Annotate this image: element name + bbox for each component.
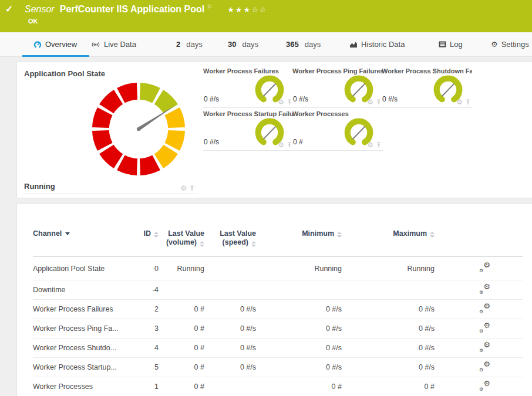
gear-icon[interactable]: ⚙ — [278, 141, 284, 148]
channel-name: Worker Process Ping Fa... — [33, 324, 134, 333]
channel-tile-application-pool-state[interactable]: Application Pool State Running ⚙ — [23, 67, 198, 194]
table-body: Application Pool State 0 Running Running… — [33, 257, 523, 396]
channel-name: Worker Process Failures — [33, 305, 134, 313]
object-kind-label: Sensor — [25, 4, 55, 14]
channel-id: 1 — [134, 383, 159, 391]
check-icon: ✓ — [5, 4, 13, 15]
table-row: Worker Process Ping Fa... 3 0 # 0 #/s 0 … — [33, 319, 523, 339]
sort-icon — [154, 232, 159, 238]
gear-icon[interactable]: ⚙ — [367, 141, 373, 148]
gear-icon[interactable]: ⚙ — [180, 185, 187, 192]
gauge-value: Running — [24, 182, 55, 191]
table-row: Worker Process Shutdo... 4 0 # 0 #/s 0 #… — [33, 339, 523, 358]
pin-icon[interactable] — [189, 185, 195, 192]
last-value-volume: 0 # — [159, 305, 204, 313]
tab-live-data-label: Live Data — [104, 40, 136, 49]
pin-icon[interactable] — [287, 141, 292, 148]
channel-tile-worker-process-ping-failures[interactable]: Worker Process Ping Failures 0 #/s ⚙ — [292, 67, 383, 108]
gauge-value: 0 # — [293, 138, 303, 146]
tab-settings[interactable]: ⚙ Settings — [491, 32, 529, 56]
table-row: Worker Process Failures 2 0 # 0 #/s 0 #/… — [33, 300, 523, 319]
last-value-volume: 0 # — [159, 363, 204, 371]
sensor-status-banner: ✓ SensorPerfCounter IIS Application Pool… — [0, 0, 532, 32]
channel-settings-icon[interactable]: ⚙⚙ — [479, 263, 490, 272]
channel-name: Worker Processes — [33, 383, 134, 391]
table-header-row: Channel ID Last Value (volume) Last Valu… — [33, 225, 523, 257]
channel-tile-worker-process-shutdown-failures[interactable]: Worker Process Shutdown Fa... 0 #/s ⚙ — [382, 67, 472, 108]
maximum-value: 0 # — [342, 383, 435, 391]
sort-icon — [337, 232, 342, 238]
last-value-volume: Running — [159, 265, 204, 273]
sort-icon — [251, 241, 256, 247]
gauge-value: 0 #/s — [204, 138, 219, 146]
channel-name: Worker Process Shutdo... — [33, 344, 134, 352]
column-header-id[interactable]: ID — [134, 229, 159, 238]
tab-overview-label: Overview — [45, 40, 77, 49]
channel-settings-icon[interactable]: ⚙⚙ — [479, 381, 490, 391]
channel-id: 3 — [134, 324, 159, 333]
gear-icon[interactable]: ⚙ — [367, 99, 373, 106]
status-badge: OK — [28, 18, 38, 25]
channel-settings-icon[interactable]: ⚙⚙ — [479, 323, 490, 333]
table-row: Downtime -4 ⚙⚙ — [33, 280, 523, 300]
chart-icon — [349, 41, 358, 48]
sort-descending-icon — [65, 232, 70, 235]
column-header-minimum[interactable]: Minimum — [256, 229, 342, 238]
channel-tile-worker-process-startup-failures[interactable]: Worker Process Startup Failu... 0 #/s ⚙ — [203, 110, 294, 151]
table-row: Worker Process Startup... 5 0 # 0 #/s 0 … — [33, 358, 523, 377]
gear-icon[interactable]: ⚙ — [278, 99, 284, 106]
last-value-speed: 0 #/s — [204, 324, 256, 333]
tab-365-days[interactable]: 365days — [286, 32, 321, 56]
channel-settings-icon[interactable]: ⚙⚙ — [479, 285, 490, 294]
channel-id: 0 — [134, 265, 159, 273]
gauge-title: Application Pool State — [23, 67, 198, 80]
application-pool-state-gauge — [90, 81, 187, 177]
tab-overview[interactable]: Overview — [33, 32, 77, 56]
column-header-last-value-volume[interactable]: Last Value (volume) — [159, 229, 204, 247]
last-value-volume: 0 # — [159, 383, 204, 391]
tab-live-data[interactable]: Live Data — [91, 32, 136, 56]
pin-icon[interactable] — [465, 99, 471, 106]
gear-icon[interactable]: ⚙ — [456, 99, 463, 106]
maximum-value: 0 #/s — [342, 305, 435, 313]
channel-settings-icon[interactable]: ⚙⚙ — [479, 362, 490, 371]
last-value-volume: 0 # — [159, 344, 204, 352]
tab-bar: Overview Live Data 2days 30days 365days … — [0, 32, 532, 57]
log-icon — [439, 41, 446, 48]
maximum-value: 0 #/s — [342, 344, 435, 352]
gear-icon: ⚙ — [491, 40, 498, 48]
pin-icon[interactable] — [376, 141, 382, 148]
minimum-value: Running — [256, 265, 342, 273]
column-header-channel[interactable]: Channel — [33, 229, 134, 238]
sort-icon — [430, 232, 435, 238]
minimum-value: 0 # — [256, 383, 342, 391]
pin-icon[interactable] — [376, 99, 382, 106]
channel-tile-worker-process-failures[interactable]: Worker Process Failures 0 #/s ⚙ — [203, 67, 294, 108]
tab-2-days[interactable]: 2days — [176, 32, 203, 56]
channel-id: 2 — [134, 305, 159, 313]
table-row: Worker Processes 1 0 # 0 # 0 # ⚙⚙ — [33, 377, 523, 396]
page-title: PerfCounter IIS Application Pool — [60, 4, 205, 14]
flag-icon[interactable]: ⚐ — [207, 4, 212, 10]
last-value-speed: 0 #/s — [204, 305, 256, 313]
priority-stars[interactable]: ★★★☆☆ — [227, 5, 267, 14]
column-header-last-value-speed[interactable]: Last Value (speed) — [204, 229, 256, 247]
maximum-value: 0 #/s — [342, 324, 435, 333]
pin-icon[interactable] — [287, 99, 292, 106]
tab-settings-label: Settings — [501, 40, 529, 49]
channel-name: Application Pool State — [33, 265, 134, 273]
minimum-value: 0 #/s — [256, 324, 342, 333]
sort-icon — [200, 241, 204, 247]
last-value-volume: 0 # — [159, 324, 204, 333]
tab-historic-data[interactable]: Historic Data — [349, 32, 405, 56]
active-tab-indicator — [22, 55, 89, 57]
channel-settings-icon[interactable]: ⚙⚙ — [479, 343, 490, 352]
channel-tile-worker-processes[interactable]: Worker Processes 0 # ⚙ — [292, 110, 383, 151]
table-row: Application Pool State 0 Running Running… — [33, 257, 523, 280]
last-value-speed: 0 #/s — [204, 363, 256, 371]
channel-settings-icon[interactable]: ⚙⚙ — [479, 304, 490, 313]
tab-30-days[interactable]: 30days — [228, 32, 258, 56]
gauge-icon — [33, 40, 42, 49]
tab-log[interactable]: Log — [439, 32, 463, 56]
column-header-maximum[interactable]: Maximum — [342, 229, 435, 238]
